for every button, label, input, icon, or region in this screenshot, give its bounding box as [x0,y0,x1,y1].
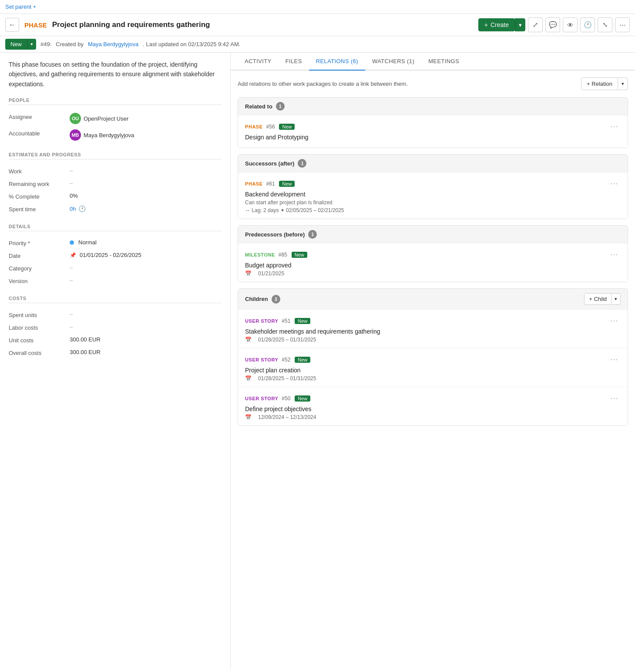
priority-value: Normal [70,239,97,246]
more-button[interactable]: ⋯ [615,17,630,32]
predecessor-id: #85 [279,252,287,258]
unit-costs-value: 300.00 EUR [70,336,101,343]
child-item-2: USER STORY #50 New ⋯ Define project obje… [238,387,628,425]
child-item-0-meta: USER STORY #51 New [245,317,310,324]
assignee-value: OU OpenProject User [70,113,128,124]
tab-activity[interactable]: ACTIVITY [238,53,279,71]
history-button[interactable]: 🕐 [580,17,595,32]
successors-count: 1 [298,159,306,168]
create-btn-group: + Create ▾ [478,18,525,31]
successor-id: #61 [266,181,275,187]
child-2-date: 📅 12/09/2024 – 12/13/2024 [245,414,621,420]
predecessor-more-btn[interactable]: ⋯ [608,249,621,260]
work-label: Work [9,167,65,175]
relations-description: Add relations to other work packages to … [238,81,581,87]
predecessor-title: Budget approved [245,262,621,269]
predecessors-title: Predecessors (before) 1 [245,230,317,239]
add-child-arrow[interactable]: ▾ [611,294,620,304]
child-item-0-top: USER STORY #51 New ⋯ [245,315,621,326]
comment-button[interactable]: 💬 [545,17,560,32]
child-item-1: USER STORY #52 New ⋯ Project plan creati… [238,348,628,387]
spent-units-value: – [70,311,73,317]
successor-meta: ↔ Lag: 2 days ✦ 02/05/2025 – 02/21/2025 [245,207,621,213]
accountable-value: MB Maya Berdygylyjova [70,129,134,141]
calendar-icon-2: 📅 [245,337,252,343]
related-to-header: Related to 1 [238,98,628,115]
expand-icon: ⤡ [602,21,608,29]
child-item-1-top: USER STORY #52 New ⋯ [245,354,621,365]
add-relation-arrow[interactable]: ▾ [618,78,628,89]
complete-label: % Complete [9,192,65,200]
child-2-type: USER STORY [245,396,278,401]
item-more-btn[interactable]: ⋯ [608,121,621,132]
predecessor-status: New [292,252,307,258]
overall-costs-value: 300.00 EUR [70,349,101,355]
children-title: Children 3 [245,295,280,304]
clock-icon[interactable]: 🕐 [78,205,86,212]
successor-title: Backend development [245,191,621,198]
child-2-more-btn[interactable]: ⋯ [608,392,621,404]
child-1-title: Project plan creation [245,367,621,374]
history-icon: 🕐 [584,21,592,29]
priority-row: Priority * Normal [9,236,222,249]
spent-time-link[interactable]: 0h [70,206,76,212]
status-new-button[interactable]: New [5,39,27,50]
overall-costs-label: Overall costs [9,349,65,356]
labor-costs-label: Labor costs [9,324,65,331]
child-1-date: 📅 01/28/2025 – 01/31/2025 [245,375,621,382]
share-icon: ⤢ [533,21,538,29]
unit-costs-row: Unit costs 300.00 EUR [9,334,222,346]
child-0-more-btn[interactable]: ⋯ [608,315,621,326]
phase-badge: PHASE [24,21,47,29]
predecessor-item-0-meta: MILESTONE #85 New [245,251,307,258]
child-1-more-btn[interactable]: ⋯ [608,354,621,365]
status-dropdown-button[interactable]: ▾ [27,39,36,50]
predecessor-date: 📅 01/21/2025 [245,270,621,277]
child-0-date-text: 01/28/2025 – 01/31/2025 [258,337,316,343]
relations-content: Add relations to other work packages to … [231,71,635,439]
predecessor-item-0-top: MILESTONE #85 New ⋯ [245,249,621,260]
remaining-value: – [70,180,73,186]
meta-author-link[interactable]: Maya Berdygylyjova [88,41,138,47]
children-header: Children 3 + Child ▾ [238,289,628,309]
header-actions: + Create ▾ ⤢ 💬 👁 🕐 ⤡ ⋯ [478,17,630,32]
watch-icon: 👁 [567,21,574,29]
add-child-main[interactable]: + Child [585,294,611,304]
page-title: Project planning and requirements gather… [52,20,473,29]
expand-button[interactable]: ⤡ [598,17,612,32]
item-id: #56 [266,124,275,130]
item-title: Design and Prototyping [245,134,621,141]
add-relation-main[interactable]: + Relation [581,78,618,90]
set-parent-link[interactable]: Set parent + [5,3,36,10]
tab-relations[interactable]: RELATIONS (6) [309,53,365,71]
description-text: This phase focuses on setting the founda… [9,60,222,89]
calendar-icon-4: 📅 [245,414,252,420]
successor-more-btn[interactable]: ⋯ [608,178,621,189]
comment-icon: 💬 [549,21,557,29]
tab-watchers[interactable]: WATCHERS (1) [365,53,421,71]
meta-updated: . Last updated on 02/13/2025 9:42 AM. [143,41,240,47]
watch-button[interactable]: 👁 [563,17,578,32]
add-child-btn[interactable]: + Child ▾ [584,293,621,305]
header-row: ← PHASE Project planning and requirement… [0,14,635,36]
category-label: Category [9,264,65,272]
back-button[interactable]: ← [5,18,19,32]
accountable-row: Accountable MB Maya Berdygylyjova [9,127,222,143]
left-panel: This phase focuses on setting the founda… [0,53,231,668]
accountable-avatar: MB [70,129,81,141]
predecessor-date-text: 01/21/2025 [258,270,284,277]
create-dropdown-button[interactable]: ▾ [515,18,525,31]
tab-files[interactable]: FILES [279,53,309,71]
child-item-0: USER STORY #51 New ⋯ Stakeholder meeting… [238,309,628,348]
child-2-id: #50 [282,395,290,402]
children-group: Children 3 + Child ▾ USER STORY #51 N [238,288,628,426]
unit-costs-label: Unit costs [9,336,65,344]
create-button[interactable]: + Create [478,18,515,31]
tab-meetings[interactable]: MEETINGS [421,53,466,71]
work-row: Work – [9,165,222,177]
share-button[interactable]: ⤢ [528,17,543,32]
item-type-phase: PHASE [245,124,263,129]
priority-name: Normal [78,239,97,246]
add-relation-btn[interactable]: + Relation ▾ [581,78,628,90]
version-label: Version [9,277,65,284]
